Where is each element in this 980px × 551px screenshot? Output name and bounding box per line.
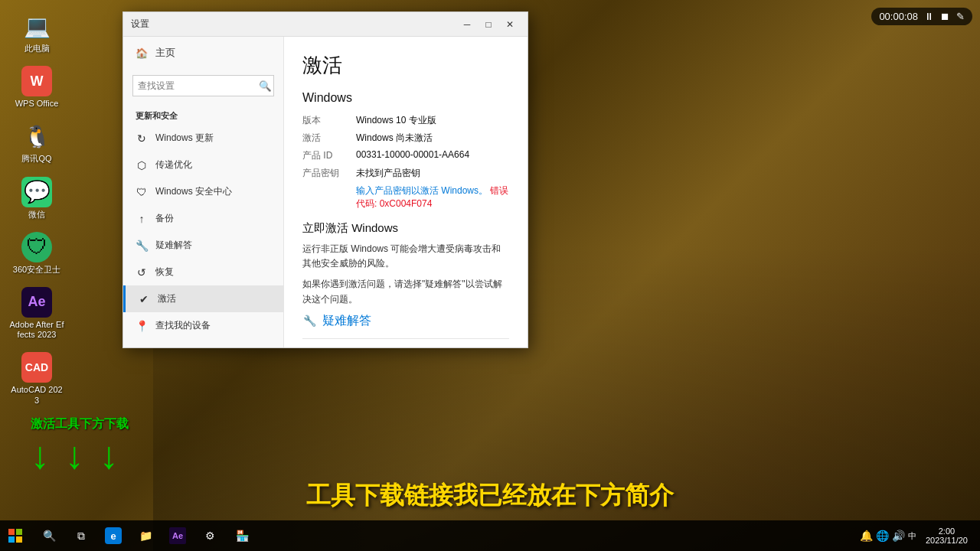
taskbar-time[interactable]: 2:00 2023/11/20	[920, 527, 974, 545]
qq-icon: 🐧	[21, 121, 52, 152]
recovery-icon: ↺	[136, 266, 148, 279]
svg-rect-1	[16, 529, 22, 535]
sidebar-item-security[interactable]: 🛡 Windows 安全中心	[123, 178, 283, 205]
desktop-icon-this-pc[interactable]: 💻 此电脑	[6, 8, 67, 57]
error-spacer	[302, 184, 356, 210]
taskbar-lang[interactable]: 中	[908, 530, 916, 542]
start-button[interactable]	[0, 520, 31, 551]
360-label: 360安全卫士	[13, 265, 60, 275]
close-button[interactable]: ✕	[500, 17, 520, 32]
taskbar-edge[interactable]: e	[98, 520, 129, 551]
taskbar-store[interactable]: 🏪	[227, 520, 257, 551]
search-box: 🔍	[132, 75, 274, 96]
activate-desc1: 运行非正版 Windows 可能会增大遭受病毒攻击和其他安全威胁的风险。	[302, 242, 509, 271]
desktop-icon-360[interactable]: 🛡 360安全卫士	[6, 229, 67, 278]
taskbar-ae[interactable]: Ae	[162, 520, 193, 551]
sidebar-item-label: 疑难解答	[155, 239, 192, 252]
desktop-icon-qq[interactable]: 🐧 腾讯QQ	[6, 118, 67, 167]
maximize-button[interactable]: □	[479, 17, 498, 32]
svg-rect-3	[16, 536, 22, 543]
sidebar-home[interactable]: 🏠 主页	[123, 37, 283, 69]
taskbar-notification-icon[interactable]: 🔔	[860, 530, 873, 542]
activate-now-title: 立即激活 Windows	[302, 221, 509, 236]
sidebar-item-find-device[interactable]: 📍 查找我的设备	[123, 312, 283, 339]
taskbar-explorer[interactable]: 📁	[130, 520, 161, 551]
arrow-down-2: ↓	[65, 436, 84, 474]
window-titlebar: 设置 ─ □ ✕	[123, 12, 528, 37]
taskbar-settings-icon: ⚙	[201, 527, 218, 544]
desktop-icons: 💻 此电脑 W WPS Office 🐧 腾讯QQ 💬 微信 🛡 360安全卫士…	[6, 8, 67, 409]
sidebar-item-troubleshoot[interactable]: 🔧 疑难解答	[123, 232, 283, 259]
desktop-icon-autocad[interactable]: CAD AutoCAD 2023	[6, 349, 67, 408]
sidebar-item-label: 传递优化	[155, 158, 192, 171]
overlay-top-text: 激活工具下方下载	[31, 416, 129, 432]
troubleshoot-action[interactable]: 🔧 疑难解答	[302, 313, 509, 329]
search-input[interactable]	[133, 80, 257, 91]
troubleshoot-icon: 🔧	[136, 240, 148, 252]
sidebar-section-label: 更新和安全	[123, 103, 283, 125]
windows-logo-icon	[8, 529, 22, 543]
ae-label: Adobe After Effects 2023	[9, 320, 64, 340]
explorer-icon: 📁	[137, 527, 154, 544]
windows-update-icon: ↻	[136, 132, 148, 145]
taskbar-settings[interactable]: ⚙	[194, 520, 225, 551]
troubleshoot-link[interactable]: 疑难解答	[322, 313, 371, 329]
date-display: 2023/11/20	[926, 536, 968, 545]
taskbar-search-icon: 🔍	[41, 527, 57, 544]
sidebar-item-label: Windows 安全中心	[155, 185, 232, 198]
window-body: 🏠 主页 🔍 更新和安全 ↻ Windows 更新 ⬡ 传递优化 �	[123, 37, 528, 347]
desktop-icon-after-effects[interactable]: Ae Adobe After Effects 2023	[6, 284, 67, 343]
sidebar-item-activation[interactable]: ✔ 激活	[123, 285, 283, 312]
taskbar-wifi-icon[interactable]: 🌐	[876, 530, 889, 542]
sidebar-item-label: 开发者选项	[155, 346, 201, 347]
time-display: 2:00	[939, 527, 955, 536]
sidebar-item-delivery-opt[interactable]: ⬡ 传递优化	[123, 152, 283, 178]
wps-icon: W	[21, 66, 52, 96]
home-icon: 🏠	[136, 47, 148, 59]
activation-icon: ✔	[138, 293, 150, 305]
sidebar-item-windows-update[interactable]: ↻ Windows 更新	[123, 125, 283, 152]
desktop-icon-wechat[interactable]: 💬 微信	[6, 174, 67, 223]
wechat-icon: 💬	[21, 177, 52, 207]
window-controls: ─ □ ✕	[457, 17, 520, 32]
autocad-label: AutoCAD 2023	[9, 385, 64, 405]
settings-window: 设置 ─ □ ✕ 🏠 主页 🔍 更新和安全 ↻	[122, 11, 528, 348]
settings-sidebar: 🏠 主页 🔍 更新和安全 ↻ Windows 更新 ⬡ 传递优化 �	[123, 37, 284, 347]
sidebar-item-backup[interactable]: ↑ 备份	[123, 205, 283, 232]
product-id-value: 00331-10000-00001-AA664	[356, 149, 469, 162]
taskbar-task-view[interactable]: ⧉	[66, 520, 96, 551]
sidebar-item-recovery[interactable]: ↺ 恢复	[123, 259, 283, 285]
minimize-button[interactable]: ─	[457, 17, 477, 32]
info-row-version: 版本 Windows 10 专业版	[302, 114, 509, 127]
this-pc-label: 此电脑	[24, 44, 50, 54]
overlay-arrows: 激活工具下方下载 ↓ ↓ ↓	[31, 416, 129, 474]
product-key-label: 产品密钥	[302, 167, 356, 180]
search-button[interactable]: 🔍	[257, 75, 273, 96]
product-id-label: 产品 ID	[302, 149, 356, 162]
sidebar-item-label: 备份	[155, 212, 174, 225]
this-pc-icon: 💻	[21, 11, 52, 41]
timer-text: 00:00:08	[879, 11, 918, 22]
developer-icon: ⚙	[136, 347, 148, 348]
recording-indicator: 00:00:08 ⏸ ⏹ ✎	[871, 8, 972, 25]
ae-icon: Ae	[21, 287, 52, 318]
stop-icon[interactable]: ⏹	[940, 11, 950, 22]
enter-key-link[interactable]: 输入产品密钥以激活 Windows。	[356, 185, 488, 196]
desktop-icon-wps[interactable]: W WPS Office	[6, 63, 67, 112]
activate-desc2: 如果你遇到激活问题，请选择"疑难解答"以尝试解决这个问题。	[302, 277, 509, 306]
desktop: 💻 此电脑 W WPS Office 🐧 腾讯QQ 💬 微信 🛡 360安全卫士…	[0, 0, 980, 551]
info-row-error: 输入产品密钥以激活 Windows。 错误代码: 0xC004F074	[302, 184, 509, 210]
info-row-product-key: 产品密钥 未找到产品密钥	[302, 167, 509, 180]
edit-icon[interactable]: ✎	[956, 11, 965, 22]
delivery-opt-icon: ⬡	[136, 159, 148, 171]
arrows-row: ↓ ↓ ↓	[31, 436, 119, 474]
svg-rect-0	[8, 529, 15, 535]
taskbar-apps: 🔍 ⧉ e 📁 Ae ⚙ 🏪	[31, 520, 260, 551]
taskbar-ae-icon: Ae	[169, 527, 186, 544]
taskbar-volume-icon[interactable]: 🔊	[892, 530, 905, 542]
taskbar-search[interactable]: 🔍	[34, 520, 64, 551]
sidebar-item-developer[interactable]: ⚙ 开发者选项	[123, 339, 283, 347]
page-title: 激活	[302, 52, 509, 79]
autocad-icon: CAD	[21, 352, 52, 383]
pause-icon[interactable]: ⏸	[924, 11, 934, 22]
